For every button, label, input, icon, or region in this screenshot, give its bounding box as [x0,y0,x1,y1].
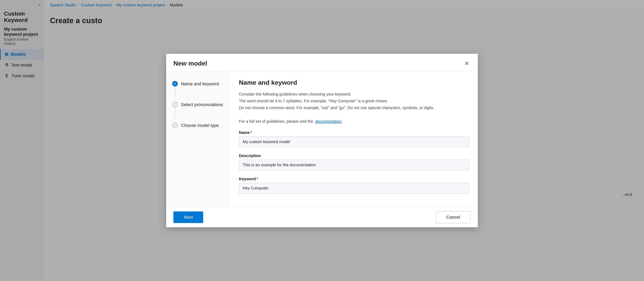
cancel-button[interactable]: Cancel [436,211,470,223]
keyword-input[interactable] [239,183,469,193]
modal-footer: Next Cancel [166,207,478,227]
keyword-label: Keyword * [239,177,469,181]
step-1-label[interactable]: Name and keyword [181,81,219,87]
step-2-label[interactable]: Select pronunciations [181,102,223,107]
wizard-step-3: Choose model type [172,121,224,130]
description-field-group: Description [239,153,469,175]
step-1-circle [172,81,178,87]
step-2-indicator [172,102,178,119]
step-2-line [175,108,175,118]
svg-point-3 [174,124,176,127]
modal: New model ✕ [166,54,478,227]
step-1-line [175,87,175,97]
name-field-group: Name * [239,130,469,152]
keyword-required-star: * [256,177,258,181]
step-2-circle [172,102,178,107]
svg-point-1 [174,83,176,84]
wizard-step-2: Select pronunciations [172,100,224,121]
modal-close-button[interactable]: ✕ [463,59,470,68]
wizard-content: Name and keyword Consider the following … [230,72,478,207]
documentation-link[interactable]: documentation [315,119,342,124]
step-1-indicator [172,81,178,98]
content-guidelines: Consider the following guidelines when c… [239,91,469,125]
guidelines-link-prefix: For a full set of guidelines, please vis… [239,119,313,124]
wizard-steps: Name and keyword Select pronunciations [166,72,230,207]
svg-point-2 [174,103,176,106]
name-input[interactable] [239,137,469,147]
modal-title: New model [174,60,207,67]
modal-body: Name and keyword Select pronunciations [166,72,478,207]
content-title: Name and keyword [239,79,469,86]
modal-header: New model ✕ [166,54,478,72]
description-input[interactable] [239,160,469,170]
next-button[interactable]: Next [174,211,203,223]
keyword-field-group: Keyword * [239,177,469,198]
description-label: Description [239,153,469,158]
step-3-circle [172,123,178,128]
step-3-label[interactable]: Choose model type [181,123,219,128]
name-label: Name * [239,130,469,135]
wizard-step-1: Name and keyword [172,79,224,100]
name-required-star: * [250,131,252,135]
modal-overlay: New model ✕ [0,0,644,281]
step-3-indicator [172,123,178,128]
